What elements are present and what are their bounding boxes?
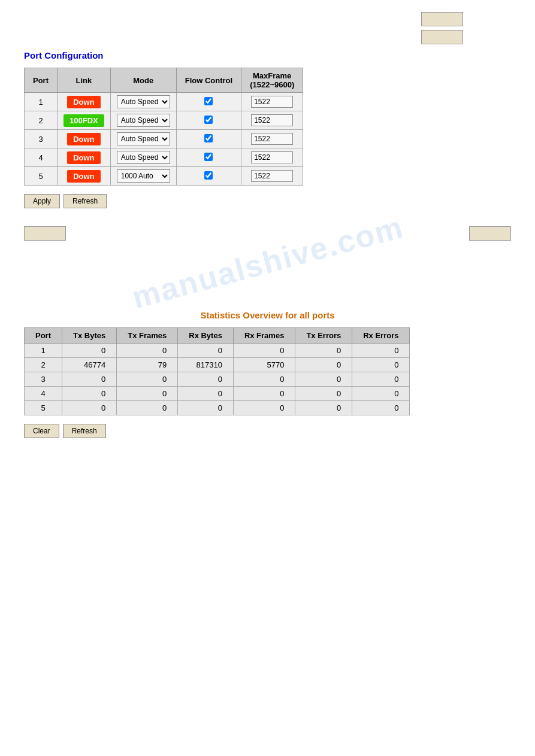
mode-select-2[interactable]: Auto Speed10 Half10 Full100 Half100 Full… xyxy=(117,114,170,127)
flow-control-checkbox-4[interactable] xyxy=(204,153,213,161)
stats-rx-errors: 0 xyxy=(352,401,410,415)
maxframe-cell[interactable] xyxy=(241,130,303,148)
flow-control-checkbox-1[interactable] xyxy=(204,97,213,105)
stats-col-rx-errors: Rx Errors xyxy=(352,328,410,344)
bottom-nav-right-btn[interactable] xyxy=(469,226,511,241)
link-down-badge: Down xyxy=(67,96,100,108)
nav-btn-2[interactable] xyxy=(421,30,463,44)
stats-tx-frames: 0 xyxy=(117,372,178,387)
stats-rx-errors: 0 xyxy=(352,372,410,387)
stats-table-row: 3000000 xyxy=(25,372,410,387)
stats-rx-errors: 0 xyxy=(352,344,410,358)
link-status: 100FDX xyxy=(58,111,111,130)
stats-rx-bytes: 0 xyxy=(178,387,234,401)
maxframe-input-3[interactable] xyxy=(251,133,293,145)
mode-select-3[interactable]: Auto Speed10 Half10 Full100 Half100 Full… xyxy=(117,132,170,145)
maxframe-input-1[interactable] xyxy=(251,96,293,108)
link-status: Down xyxy=(58,130,111,148)
stats-tx-bytes: 0 xyxy=(62,401,117,415)
config-table-row: 3DownAuto Speed10 Half10 Full100 Half100… xyxy=(25,130,303,148)
stats-tx-frames: 0 xyxy=(117,344,178,358)
stats-rx-frames: 0 xyxy=(233,344,295,358)
mode-cell[interactable]: Auto Speed10 Half10 Full100 Half100 Full… xyxy=(110,93,176,111)
statistics-title: Statistics Overview for all ports xyxy=(24,310,511,320)
mode-cell[interactable]: Auto Speed10 Half10 Full100 Half100 Full… xyxy=(110,148,176,167)
link-down-badge: Down xyxy=(67,133,100,145)
port-config-title: Port Configuration xyxy=(24,50,511,60)
port-number: 3 xyxy=(25,130,58,148)
bottom-nav-left xyxy=(24,226,66,241)
stats-rx-frames: 0 xyxy=(233,401,295,415)
mode-cell[interactable]: Auto Speed10 Half10 Full100 Half100 Full… xyxy=(110,111,176,130)
stats-tx-bytes: 0 xyxy=(62,372,117,387)
refresh-button-stats[interactable]: Refresh xyxy=(63,424,106,438)
bottom-nav-left-btn[interactable] xyxy=(24,226,66,241)
stats-col-rx-bytes: Rx Bytes xyxy=(178,328,234,344)
flow-control-cell[interactable] xyxy=(176,111,241,130)
stats-tx-frames: 79 xyxy=(117,358,178,372)
maxframe-input-5[interactable] xyxy=(251,170,293,182)
nav-btn-1[interactable] xyxy=(421,12,463,26)
link-down-badge: Down xyxy=(67,151,100,164)
port-number: 1 xyxy=(25,93,58,111)
stats-port: 4 xyxy=(25,387,62,401)
watermark-section: manualshive.com xyxy=(24,226,511,298)
top-nav-buttons xyxy=(24,12,511,44)
port-number: 5 xyxy=(25,167,58,186)
maxframe-cell[interactable] xyxy=(241,93,303,111)
stats-col-tx-frames: Tx Frames xyxy=(117,328,178,344)
stats-tx-frames: 0 xyxy=(117,387,178,401)
stats-rx-frames: 0 xyxy=(233,372,295,387)
maxframe-cell[interactable] xyxy=(241,167,303,186)
stats-rx-bytes: 0 xyxy=(178,344,234,358)
maxframe-input-2[interactable] xyxy=(251,114,293,126)
stats-rx-errors: 0 xyxy=(352,358,410,372)
flow-control-cell[interactable] xyxy=(176,130,241,148)
stats-col-port: Port xyxy=(25,328,62,344)
stats-tx-errors: 0 xyxy=(295,358,352,372)
link-up-badge: 100FDX xyxy=(64,114,104,127)
stats-tx-bytes: 46774 xyxy=(62,358,117,372)
col-port: Port xyxy=(25,68,58,93)
stats-tx-bytes: 0 xyxy=(62,387,117,401)
stats-rx-frames: 5770 xyxy=(233,358,295,372)
stats-tx-errors: 0 xyxy=(295,344,352,358)
config-table-row: 5DownAuto Speed10 Half10 Full100 Half100… xyxy=(25,167,303,186)
apply-button[interactable]: Apply xyxy=(24,194,60,208)
maxframe-input-4[interactable] xyxy=(251,151,293,163)
link-status: Down xyxy=(58,93,111,111)
watermark: manualshive.com xyxy=(128,209,407,316)
col-maxframe: MaxFrame(1522~9600) xyxy=(241,68,303,93)
flow-control-checkbox-5[interactable] xyxy=(204,171,213,180)
col-flow-control: Flow Control xyxy=(176,68,241,93)
stats-col-tx-bytes: Tx Bytes xyxy=(62,328,117,344)
config-table-row: 1DownAuto Speed10 Half10 Full100 Half100… xyxy=(25,93,303,111)
stats-tx-errors: 0 xyxy=(295,387,352,401)
mode-select-4[interactable]: Auto Speed10 Half10 Full100 Half100 Full… xyxy=(117,151,170,164)
config-action-buttons: Apply Refresh xyxy=(24,194,511,208)
clear-button[interactable]: Clear xyxy=(24,424,59,438)
mode-select-1[interactable]: Auto Speed10 Half10 Full100 Half100 Full… xyxy=(117,95,170,108)
mode-select-5[interactable]: Auto Speed10 Half10 Full100 Half100 Full… xyxy=(117,169,170,183)
stats-port: 3 xyxy=(25,372,62,387)
mode-cell[interactable]: Auto Speed10 Half10 Full100 Half100 Full… xyxy=(110,130,176,148)
port-number: 4 xyxy=(25,148,58,167)
stats-col-tx-errors: Tx Errors xyxy=(295,328,352,344)
stats-table-row: 5000000 xyxy=(25,401,410,415)
maxframe-cell[interactable] xyxy=(241,111,303,130)
flow-control-checkbox-2[interactable] xyxy=(204,116,213,124)
statistics-table: Port Tx Bytes Tx Frames Rx Bytes Rx Fram… xyxy=(24,327,410,415)
bottom-nav xyxy=(24,226,511,241)
stats-tx-errors: 0 xyxy=(295,372,352,387)
flow-control-cell[interactable] xyxy=(176,148,241,167)
flow-control-checkbox-3[interactable] xyxy=(204,134,213,142)
refresh-button-config[interactable]: Refresh xyxy=(64,194,107,208)
maxframe-cell[interactable] xyxy=(241,148,303,167)
stats-rx-bytes: 817310 xyxy=(178,358,234,372)
flow-control-cell[interactable] xyxy=(176,93,241,111)
stats-table-row: 24677479817310577000 xyxy=(25,358,410,372)
flow-control-cell[interactable] xyxy=(176,167,241,186)
mode-cell[interactable]: Auto Speed10 Half10 Full100 Half100 Full… xyxy=(110,167,176,186)
config-table-row: 2100FDXAuto Speed10 Half10 Full100 Half1… xyxy=(25,111,303,130)
stats-port: 1 xyxy=(25,344,62,358)
